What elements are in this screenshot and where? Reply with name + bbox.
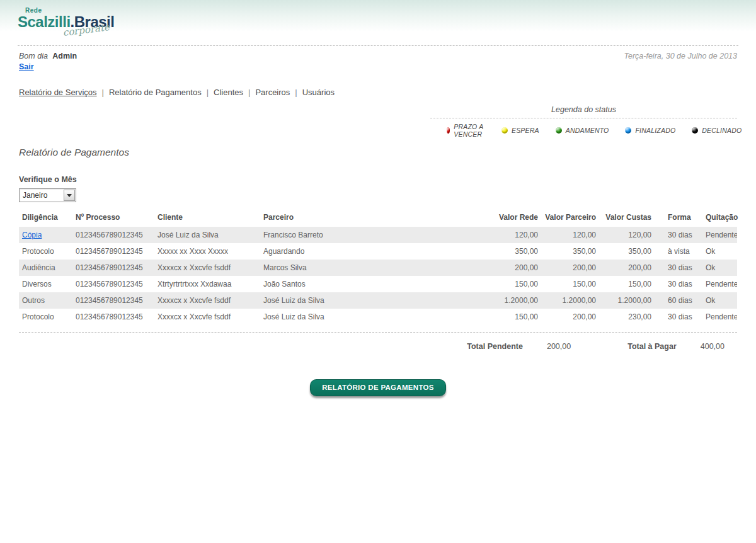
table-row: Protocolo0123456789012345Xxxxcx x Xxcvfe… bbox=[19, 309, 737, 325]
nav-separator: | bbox=[207, 88, 209, 97]
cell-parceiro: José Luiz da Silva bbox=[260, 292, 411, 309]
cell-quitacao: Ok bbox=[699, 260, 737, 276]
nav-item-relatorio-de-servicos[interactable]: Relatório de Serviços bbox=[19, 88, 97, 97]
cell-valor_custas: 230,00 bbox=[598, 309, 654, 325]
column-header: Quitação bbox=[699, 213, 737, 227]
cell-quitacao: Pendente bbox=[699, 227, 737, 243]
month-select[interactable]: Janeiro bbox=[19, 188, 76, 202]
current-date: Terça-feira, 30 de Julho de 2013 bbox=[624, 52, 737, 60]
button-row: RELATÓRIO DE PAGAMENTOS bbox=[19, 379, 737, 396]
cell-forma: à vista bbox=[654, 243, 699, 260]
username: Admin bbox=[52, 52, 77, 60]
cell-processo: 0123456789012345 bbox=[72, 260, 154, 276]
column-header: Valor Rede bbox=[411, 213, 541, 227]
logo: Rede Scalzilli.Brasil corporate bbox=[18, 8, 120, 38]
table-row: Cópia0123456789012345José Luiz da SilvaF… bbox=[19, 227, 737, 243]
cell-valor_rede: 150,00 bbox=[411, 309, 541, 325]
cell-quitacao: Ok bbox=[699, 292, 737, 309]
cell-processo: 0123456789012345 bbox=[72, 243, 154, 260]
status-dot-icon bbox=[556, 127, 562, 134]
chevron-down-icon[interactable] bbox=[64, 190, 75, 201]
nav-item-parceiros[interactable]: Parceiros bbox=[255, 88, 290, 97]
status-dot-icon bbox=[692, 127, 698, 134]
cell-parceiro: Aguardando bbox=[260, 243, 411, 260]
cell-quitacao: Pendente bbox=[699, 309, 737, 325]
payments-report-button[interactable]: RELATÓRIO DE PAGAMENTOS bbox=[310, 379, 446, 396]
legend-item-label: ANDAMENTO bbox=[566, 127, 609, 134]
cell-cliente: Xxxxx xx Xxxx Xxxxx bbox=[154, 243, 260, 260]
cell-valor_rede: 1.2000,00 bbox=[411, 292, 541, 309]
cell-cliente: Xxxxcx x Xxcvfe fsddf bbox=[154, 292, 260, 309]
legend-item: ANDAMENTO bbox=[556, 127, 609, 134]
cell-diligencia: Outros bbox=[19, 292, 72, 309]
greeting-prefix: Bom dia bbox=[19, 52, 48, 60]
cell-diligencia: Cópia bbox=[19, 227, 72, 243]
table-bottom-separator bbox=[19, 332, 737, 333]
main-nav: Relatório de Serviços|Relatório de Pagam… bbox=[19, 88, 737, 97]
cell-valor_parceiro: 120,00 bbox=[541, 227, 598, 243]
cell-processo: 0123456789012345 bbox=[72, 309, 154, 325]
cell-valor_rede: 150,00 bbox=[411, 276, 541, 292]
cell-valor_custas: 200,00 bbox=[598, 260, 654, 276]
cell-diligencia: Audiência bbox=[19, 260, 72, 276]
nav-separator: | bbox=[102, 88, 104, 97]
cell-forma: 30 dias bbox=[654, 309, 699, 325]
column-header: Forma bbox=[654, 213, 699, 227]
cell-processo: 0123456789012345 bbox=[72, 227, 154, 243]
column-header: Nº Processo bbox=[72, 213, 154, 227]
total-pending-label: Total Pendente bbox=[467, 342, 523, 351]
cell-parceiro: João Santos bbox=[260, 276, 411, 292]
table-row: Protocolo0123456789012345Xxxxx xx Xxxx X… bbox=[19, 243, 737, 260]
payments-table: DiligênciaNº ProcessoClienteParceiroValo… bbox=[19, 213, 737, 325]
table-row: Audiência0123456789012345Xxxxcx x Xxcvfe… bbox=[19, 260, 737, 276]
status-dot-icon bbox=[501, 127, 508, 134]
status-dot-icon bbox=[447, 127, 450, 134]
cell-diligencia: Protocolo bbox=[19, 243, 72, 260]
cell-parceiro: Francisco Barreto bbox=[260, 227, 411, 243]
page-title: Relatório de Pagamentos bbox=[19, 147, 737, 158]
column-header: Valor Custas bbox=[598, 213, 654, 227]
cell-cliente: Xtrtyrtrtrtxxx Xxdawaa bbox=[154, 276, 260, 292]
legend-item: FINALIZADO bbox=[625, 127, 675, 134]
cell-valor_custas: 120,00 bbox=[598, 227, 654, 243]
cell-quitacao: Pendente bbox=[699, 276, 737, 292]
legend-item-label: FINALIZADO bbox=[635, 127, 675, 134]
status-dot-icon bbox=[625, 127, 631, 134]
column-header: Valor Parceiro bbox=[541, 213, 598, 227]
month-filter-label: Verifique o Mês bbox=[19, 175, 737, 184]
cell-valor_parceiro: 350,00 bbox=[541, 243, 598, 260]
cell-valor_rede: 200,00 bbox=[411, 260, 541, 276]
nav-item-relatorio-de-pagamentos[interactable]: Relatório de Pagamentos bbox=[109, 88, 202, 97]
total-to-pay-value: 400,00 bbox=[701, 342, 724, 351]
cell-diligencia: Protocolo bbox=[19, 309, 72, 325]
legend-item: DECLINADO bbox=[692, 127, 742, 134]
greeting-row: Bom dia Admin Terça-feira, 30 de Julho d… bbox=[19, 52, 737, 60]
cell-forma: 30 dias bbox=[654, 227, 699, 243]
column-header: Diligência bbox=[19, 213, 72, 227]
cell-valor_custas: 1.2000,00 bbox=[598, 292, 654, 309]
month-select-value: Janeiro bbox=[20, 191, 47, 200]
cell-valor_rede: 350,00 bbox=[411, 243, 541, 260]
cell-cliente: Xxxxcx x Xxcvfe fsddf bbox=[154, 309, 260, 325]
nav-item-clientes[interactable]: Clientes bbox=[214, 88, 243, 97]
cell-processo: 0123456789012345 bbox=[72, 276, 154, 292]
cell-forma: 30 dias bbox=[654, 276, 699, 292]
diligencia-link[interactable]: Cópia bbox=[22, 231, 42, 239]
cell-forma: 60 dias bbox=[654, 292, 699, 309]
header-separator bbox=[18, 45, 738, 46]
cell-valor_custas: 150,00 bbox=[598, 276, 654, 292]
legend-item: ESPERA bbox=[501, 127, 539, 134]
cell-parceiro: Marcos Silva bbox=[260, 260, 411, 276]
cell-cliente: José Luiz da Silva bbox=[154, 227, 260, 243]
cell-forma: 30 dias bbox=[654, 260, 699, 276]
cell-processo: 0123456789012345 bbox=[72, 292, 154, 309]
top-header: Rede Scalzilli.Brasil corporate bbox=[0, 0, 756, 45]
total-to-pay-label: Total à Pagar bbox=[627, 342, 677, 351]
cell-valor_parceiro: 1.2000,00 bbox=[541, 292, 598, 309]
cell-valor_parceiro: 200,00 bbox=[541, 260, 598, 276]
status-legend: Legenda do status PRAZO A VENCERESPERAAN… bbox=[430, 105, 737, 138]
logout-link[interactable]: Sair bbox=[19, 62, 34, 71]
nav-item-usuarios[interactable]: Usuários bbox=[302, 88, 335, 97]
column-header: Parceiro bbox=[260, 213, 411, 227]
greeting: Bom dia Admin bbox=[19, 52, 77, 60]
